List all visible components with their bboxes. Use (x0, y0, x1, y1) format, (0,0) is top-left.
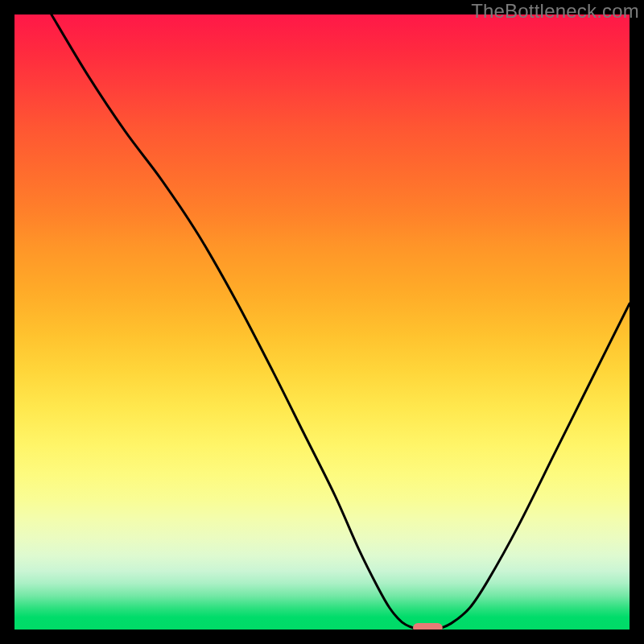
curve-layer (14, 14, 630, 630)
bottleneck-curve (52, 14, 630, 630)
chart-frame: TheBottleneck.com (0, 0, 644, 644)
watermark-text: TheBottleneck.com (471, 0, 639, 23)
curve-path (52, 14, 630, 630)
optimal-marker (413, 623, 443, 630)
plot-area (14, 14, 630, 630)
